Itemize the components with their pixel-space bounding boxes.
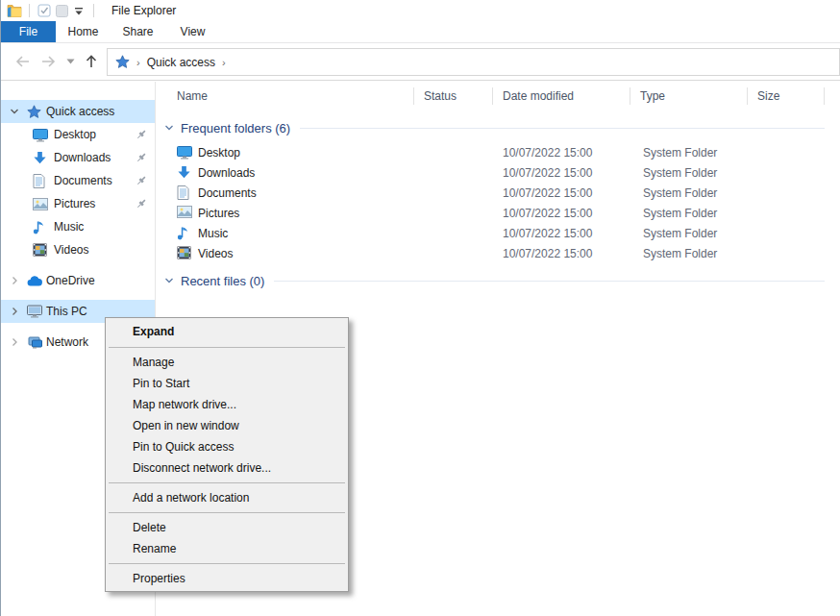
breadcrumb-location[interactable]: Quick access [147, 56, 215, 69]
menu-item-rename[interactable]: Rename [106, 538, 348, 559]
menu-item-open-in-new-window[interactable]: Open in new window [106, 415, 348, 436]
tab-file[interactable]: File [1, 21, 56, 42]
chevron-down-icon[interactable] [10, 107, 19, 116]
menu-item-expand[interactable]: Expand [106, 320, 348, 343]
file-row-music[interactable]: Music 10/07/2022 15:00 System Folder [156, 224, 840, 244]
quick-access-star-icon [115, 55, 130, 69]
this-pc-icon [27, 305, 42, 318]
sidebar-item-pictures[interactable]: Pictures [1, 192, 155, 215]
pin-icon [136, 129, 147, 143]
sidebar-item-label: Videos [54, 243, 88, 257]
chevron-down-icon[interactable] [164, 123, 174, 133]
sidebar-item-documents[interactable]: Documents [1, 169, 155, 192]
chevron-right-icon[interactable] [10, 337, 19, 347]
chevron-right-icon[interactable] [10, 276, 19, 285]
file-type: System Folder [643, 207, 717, 220]
file-date-modified: 10/07/2022 15:00 [503, 207, 592, 220]
tab-home[interactable]: Home [56, 21, 111, 42]
sidebar-item-label: Music [54, 220, 84, 234]
menu-separator [109, 482, 345, 483]
tab-share[interactable]: Share [111, 21, 165, 42]
sidebar-gap [1, 292, 155, 300]
sidebar-item-downloads[interactable]: Downloads [1, 146, 155, 169]
menu-item-map-network-drive[interactable]: Map network drive... [106, 394, 348, 415]
file-type: System Folder [643, 146, 717, 160]
sidebar-item-music[interactable]: Music [1, 215, 155, 238]
file-name: Videos [198, 247, 233, 260]
explorer-logo-icon [6, 3, 23, 18]
menu-separator [109, 563, 345, 564]
menu-item-pin-to-quick-access[interactable]: Pin to Quick access [106, 436, 348, 457]
pin-icon [136, 175, 147, 189]
documents-icon [33, 174, 45, 188]
sidebar-item-label: Quick access [46, 105, 114, 118]
up-button[interactable] [85, 54, 98, 69]
this-pc-context-menu: Expand Manage Pin to Start Map network d… [105, 317, 349, 592]
pin-icon [136, 152, 147, 166]
window-title: File Explorer [111, 4, 176, 17]
column-header-type[interactable]: Type [630, 82, 748, 111]
sidebar-item-label: Downloads [54, 151, 111, 164]
chevron-down-icon[interactable] [164, 276, 174, 285]
file-row-documents[interactable]: Documents 10/07/2022 15:00 System Folder [156, 184, 840, 204]
menu-item-manage[interactable]: Manage [106, 352, 348, 373]
customize-qat-dropdown-icon[interactable] [70, 3, 87, 18]
breadcrumb[interactable]: › Quick access › [107, 48, 840, 76]
ribbon-tab-bar: File Home Share View [1, 21, 840, 43]
downloads-icon [33, 151, 47, 165]
pin-icon [136, 198, 147, 212]
group-header-recent-files[interactable]: Recent files (0) [156, 271, 840, 290]
tab-view[interactable]: View [165, 21, 220, 42]
group-header-rule [274, 281, 825, 282]
menu-item-delete[interactable]: Delete [106, 517, 348, 538]
navigation-buttons [1, 54, 105, 69]
sidebar-item-label: Pictures [54, 197, 95, 210]
sidebar-item-label: Network [46, 335, 88, 349]
file-row-downloads[interactable]: Downloads 10/07/2022 15:00 System Folder [156, 163, 840, 184]
menu-item-properties[interactable]: Properties [106, 568, 348, 589]
titlebar-separator [93, 4, 94, 17]
recent-locations-dropdown[interactable] [66, 59, 75, 64]
sidebar-item-desktop[interactable]: Desktop [1, 123, 155, 146]
documents-icon [177, 185, 189, 200]
sidebar-item-onedrive[interactable]: OneDrive [1, 269, 155, 292]
desktop-icon [177, 145, 192, 160]
column-header-status[interactable]: Status [414, 82, 493, 111]
file-date-modified: 10/07/2022 15:00 [503, 247, 592, 260]
file-date-modified: 10/07/2022 15:00 [503, 227, 592, 240]
file-type: System Folder [643, 166, 717, 180]
forward-button[interactable] [40, 55, 57, 68]
titlebar-separator [29, 4, 30, 17]
chevron-right-icon[interactable] [10, 307, 19, 316]
sidebar-item-videos[interactable]: Videos [1, 238, 155, 261]
column-header-date-modified[interactable]: Date modified [493, 82, 630, 111]
quick-access-star-icon [27, 105, 41, 119]
back-button[interactable] [14, 55, 31, 68]
column-header-name[interactable]: Name [156, 82, 414, 111]
music-icon [33, 220, 44, 234]
file-row-pictures[interactable]: Pictures 10/07/2022 15:00 System Folder [156, 204, 840, 224]
file-name: Documents [198, 186, 257, 200]
menu-item-pin-to-start[interactable]: Pin to Start [106, 373, 348, 394]
sidebar-item-quick-access[interactable]: Quick access [1, 100, 155, 123]
group-header-frequent-folders[interactable]: Frequent folders (6) [156, 118, 840, 137]
menu-item-disconnect-network-drive[interactable]: Disconnect network drive... [106, 457, 348, 479]
file-row-desktop[interactable]: Desktop 10/07/2022 15:00 System Folder [156, 143, 840, 163]
new-folder-qat-button[interactable] [53, 3, 70, 18]
address-bar: › Quick access › [1, 43, 840, 81]
file-date-modified: 10/07/2022 15:00 [503, 186, 592, 200]
column-headers: Name Status Date modified Type Size [156, 82, 840, 111]
file-explorer-window: File Explorer File Home Share View [0, 0, 840, 616]
sidebar-item-label: OneDrive [46, 274, 95, 287]
column-header-size[interactable]: Size [748, 82, 825, 111]
pictures-icon [177, 206, 192, 218]
downloads-icon [177, 165, 191, 180]
file-name: Music [198, 227, 228, 240]
file-date-modified: 10/07/2022 15:00 [503, 166, 592, 180]
file-row-videos[interactable]: Videos 10/07/2022 15:00 System Folder [156, 244, 840, 264]
onedrive-cloud-icon [27, 276, 42, 286]
properties-qat-button[interactable] [36, 3, 53, 18]
menu-item-add-a-network-location[interactable]: Add a network location [106, 487, 348, 508]
videos-icon [177, 246, 191, 259]
group-header-label: Recent files (0) [181, 274, 264, 288]
